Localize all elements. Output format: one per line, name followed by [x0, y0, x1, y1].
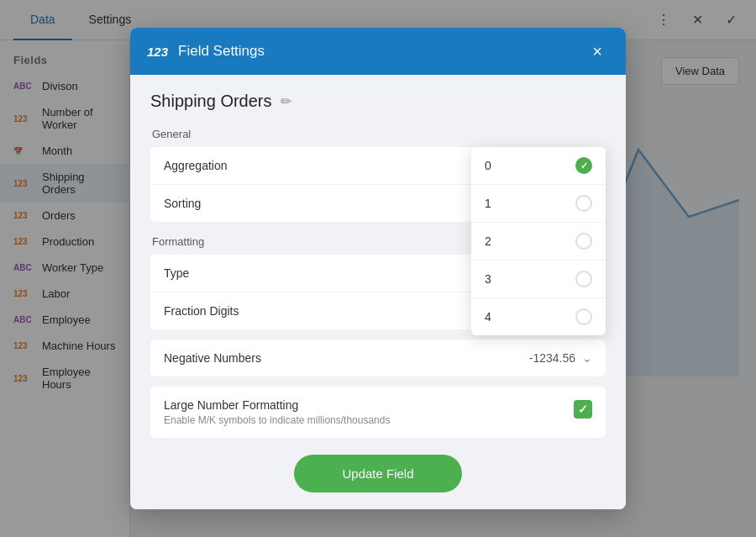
radio-selected: ✓	[575, 157, 592, 174]
aggregation-dropdown[interactable]: 0 ✓ 1 2	[471, 147, 606, 335]
checkbox-check-icon: ✓	[578, 403, 588, 416]
modal-header-icon: 123	[147, 45, 168, 59]
dropdown-option-1[interactable]: 1	[471, 185, 606, 223]
modal-body: Shipping Orders ✏ General Aggregation 0 …	[130, 75, 626, 509]
large-number-checkbox[interactable]: ✓	[574, 400, 592, 419]
negative-numbers-row[interactable]: Negative Numbers -1234.56 ⌄	[150, 340, 606, 376]
chevron-down-icon: ⌄	[582, 351, 592, 365]
modal-overlay: 123 Field Settings × Shipping Orders ✏ G…	[0, 0, 756, 537]
negative-numbers-value[interactable]: -1234.56 ⌄	[529, 351, 592, 365]
dropdown-option-3[interactable]: 3	[471, 261, 606, 298]
negative-numbers-label: Negative Numbers	[164, 351, 529, 365]
field-name-row: Shipping Orders ✏	[150, 92, 606, 111]
large-number-formatting-row[interactable]: Large Number Formatting Enable M/K symbo…	[150, 387, 606, 438]
radio-unselected	[575, 271, 592, 287]
large-number-text: Large Number Formatting Enable M/K symbo…	[164, 398, 574, 426]
general-section-label: General	[150, 128, 606, 140]
large-number-title: Large Number Formatting	[164, 398, 574, 412]
dropdown-option-0[interactable]: 0 ✓	[471, 147, 606, 185]
modal-close-button[interactable]: ×	[585, 39, 609, 63]
aggregation-row: Aggregation 0 ✓ 1	[150, 147, 606, 185]
field-settings-modal: 123 Field Settings × Shipping Orders ✏ G…	[130, 28, 626, 509]
dropdown-option-2[interactable]: 2	[471, 223, 606, 261]
modal-header: 123 Field Settings ×	[130, 28, 626, 75]
update-field-button[interactable]: Update Field	[294, 455, 462, 492]
radio-unselected	[575, 308, 592, 325]
radio-unselected	[575, 195, 592, 212]
field-name: Shipping Orders	[150, 92, 272, 111]
radio-unselected	[575, 233, 592, 250]
dropdown-option-4[interactable]: 4	[471, 298, 606, 335]
large-number-subtitle: Enable M/K symbols to indicate millions/…	[164, 414, 574, 426]
edit-field-name-icon[interactable]: ✏	[281, 93, 291, 109]
modal-title: Field Settings	[178, 43, 575, 60]
general-settings-card: Aggregation 0 ✓ 1	[150, 147, 606, 222]
